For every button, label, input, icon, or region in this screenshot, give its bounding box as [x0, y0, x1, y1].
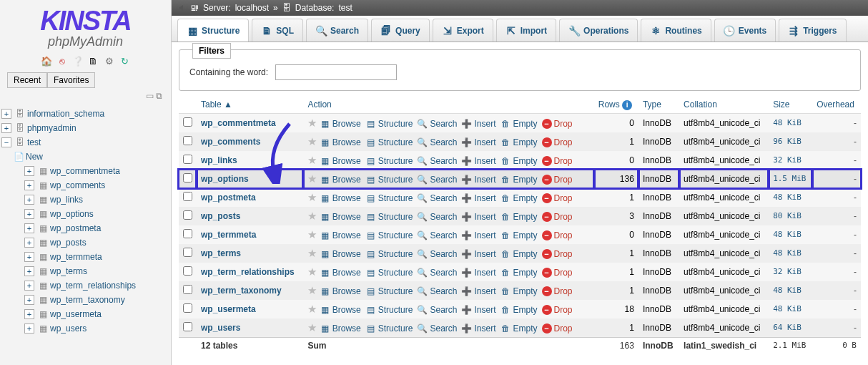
search-action[interactable]: 🔍Search	[417, 174, 457, 185]
search-action[interactable]: 🔍Search	[417, 267, 457, 278]
row-checkbox[interactable]	[183, 303, 192, 313]
insert-action[interactable]: ➕Insert	[461, 267, 495, 278]
empty-action[interactable]: 🗑Empty	[500, 267, 538, 278]
structure-action[interactable]: ▤Structure	[365, 286, 413, 296]
drop-action[interactable]: − Drop	[542, 156, 573, 166]
table-name-link[interactable]: wp_commentmeta	[201, 118, 276, 128]
table-name-link[interactable]: wp_options	[201, 174, 249, 184]
favorite-icon[interactable]: ★	[307, 154, 317, 166]
empty-action[interactable]: 🗑Empty	[500, 304, 538, 315]
drop-action[interactable]: − Drop	[542, 268, 573, 278]
favorite-icon[interactable]: ★	[307, 247, 317, 259]
structure-action[interactable]: ▤Structure	[365, 118, 413, 129]
drop-action[interactable]: − Drop	[542, 230, 573, 240]
row-checkbox[interactable]	[183, 117, 192, 127]
insert-action[interactable]: ➕Insert	[461, 230, 495, 240]
db-link[interactable]: test	[338, 3, 352, 13]
browse-action[interactable]: ▦Browse	[320, 230, 361, 240]
favorite-icon[interactable]: ★	[307, 210, 317, 222]
search-action[interactable]: 🔍Search	[417, 118, 457, 129]
structure-action[interactable]: ▤Structure	[365, 155, 413, 166]
row-checkbox[interactable]	[183, 322, 192, 331]
favorite-icon[interactable]: ★	[307, 191, 317, 203]
drop-action[interactable]: − Drop	[542, 119, 573, 129]
insert-action[interactable]: ➕Insert	[461, 155, 495, 166]
expand-icon[interactable]: +	[24, 266, 34, 276]
table-name-link[interactable]: wp_term_relationships	[201, 267, 295, 277]
structure-action[interactable]: ▤Structure	[365, 304, 413, 315]
browse-action[interactable]: ▦Browse	[320, 155, 361, 166]
browse-action[interactable]: ▦Browse	[320, 304, 361, 315]
search-action[interactable]: 🔍Search	[417, 230, 457, 240]
tree-table-wp-users[interactable]: +▦wp_users	[1, 321, 169, 336]
link-icon[interactable]: ⧉	[156, 91, 162, 101]
docs-icon[interactable]: ❔	[72, 55, 84, 67]
row-checkbox[interactable]	[183, 229, 192, 238]
expand-icon[interactable]: +	[1, 109, 11, 119]
collapse-icon[interactable]: ▭	[146, 91, 154, 101]
drop-action[interactable]: − Drop	[542, 193, 573, 203]
tree-table-wp-links[interactable]: +▦wp_links	[1, 193, 169, 207]
search-action[interactable]: 🔍Search	[417, 304, 457, 315]
empty-action[interactable]: 🗑Empty	[500, 137, 538, 147]
drop-action[interactable]: − Drop	[542, 137, 573, 147]
tree-db-test[interactable]: − 🗄 test	[1, 135, 169, 150]
tree-new[interactable]: 📄 New	[1, 150, 169, 164]
row-checkbox[interactable]	[183, 136, 192, 145]
empty-action[interactable]: 🗑Empty	[500, 286, 538, 296]
expand-icon[interactable]: +	[24, 309, 34, 319]
search-action[interactable]: 🔍Search	[417, 323, 457, 334]
tab-favorites[interactable]: Favorites	[47, 72, 95, 88]
tab-recent[interactable]: Recent	[7, 72, 47, 88]
insert-action[interactable]: ➕Insert	[461, 323, 495, 334]
insert-action[interactable]: ➕Insert	[461, 137, 495, 147]
col-collation[interactable]: Collation	[679, 97, 769, 113]
favorite-icon[interactable]: ★	[307, 172, 317, 185]
search-action[interactable]: 🔍Search	[417, 286, 457, 296]
insert-action[interactable]: ➕Insert	[461, 118, 495, 129]
row-checkbox[interactable]	[183, 173, 192, 182]
filter-input[interactable]	[275, 64, 397, 80]
structure-action[interactable]: ▤Structure	[365, 248, 413, 259]
insert-action[interactable]: ➕Insert	[461, 211, 495, 222]
expand-icon[interactable]: +	[24, 323, 34, 334]
expand-icon[interactable]: +	[24, 281, 34, 291]
insert-action[interactable]: ➕Insert	[461, 286, 495, 296]
drop-action[interactable]: − Drop	[542, 175, 573, 185]
tree-table-wp-term-taxonomy[interactable]: +▦wp_term_taxonomy	[1, 293, 169, 307]
search-action[interactable]: 🔍Search	[417, 211, 457, 222]
tab-export[interactable]: ⇲Export	[433, 19, 493, 42]
tree-table-wp-terms[interactable]: +▦wp_terms	[1, 264, 169, 278]
search-action[interactable]: 🔍Search	[417, 155, 457, 166]
tab-structure[interactable]: ▦Structure	[177, 19, 249, 42]
insert-action[interactable]: ➕Insert	[461, 248, 495, 259]
search-action[interactable]: 🔍Search	[417, 248, 457, 259]
favorite-icon[interactable]: ★	[307, 117, 317, 129]
drop-action[interactable]: − Drop	[542, 212, 573, 222]
tab-triggers[interactable]: ⇶Triggers	[779, 19, 846, 42]
empty-action[interactable]: 🗑Empty	[500, 230, 538, 240]
gear-icon[interactable]: ⚙	[104, 55, 115, 67]
tab-operations[interactable]: 🔧Operations	[559, 19, 638, 42]
favorite-icon[interactable]: ★	[307, 284, 317, 296]
back-icon[interactable]	[179, 5, 183, 11]
expand-icon[interactable]: +	[24, 209, 34, 219]
table-name-link[interactable]: wp_users	[201, 323, 240, 333]
browse-action[interactable]: ▦Browse	[320, 211, 361, 222]
structure-action[interactable]: ▤Structure	[365, 267, 413, 278]
tree-table-wp-usermeta[interactable]: +▦wp_usermeta	[1, 307, 169, 321]
drop-action[interactable]: − Drop	[542, 323, 573, 334]
col-size[interactable]: Size	[769, 97, 812, 113]
table-name-link[interactable]: wp_comments	[201, 137, 260, 147]
empty-action[interactable]: 🗑Empty	[500, 193, 538, 203]
search-action[interactable]: 🔍Search	[417, 193, 457, 203]
row-checkbox[interactable]	[183, 285, 192, 294]
structure-action[interactable]: ▤Structure	[365, 174, 413, 185]
tab-routines[interactable]: ⚛Routines	[641, 19, 711, 42]
expand-icon[interactable]: +	[24, 295, 34, 305]
favorite-icon[interactable]: ★	[307, 135, 317, 147]
sql-icon[interactable]: 🗎	[88, 55, 99, 67]
structure-action[interactable]: ▤Structure	[365, 230, 413, 240]
table-name-link[interactable]: wp_usermeta	[201, 304, 256, 314]
table-name-link[interactable]: wp_links	[201, 155, 237, 165]
